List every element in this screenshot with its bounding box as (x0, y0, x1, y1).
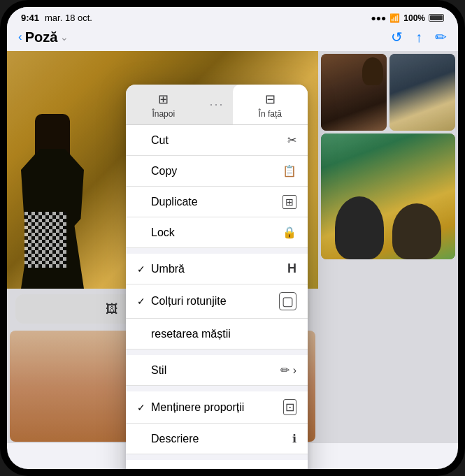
umbra-label: Umbră (151, 263, 185, 275)
menu-item-delete[interactable]: Ștergeți 🗑 (126, 460, 308, 469)
colturi-label: Colțuri rotunjite (151, 295, 227, 308)
menu-item-descriere-left: Descriere (137, 433, 199, 445)
device-frame: 9:41 mar. 18 oct. ●●● 📶 100% ‹ Poză ⌄ ↺ (0, 0, 465, 476)
menu-more-dots: ··· (201, 85, 233, 124)
page-title: Poză (25, 29, 58, 45)
menu-item-stil-left: Stil (137, 364, 166, 377)
proportii-icon: ⊡ (283, 399, 296, 415)
menu-item-cut[interactable]: Cut ✂ (126, 125, 308, 156)
menu-item-cut-left: Cut (137, 134, 169, 147)
menu-tab-bar: ⊞ Înapoi ··· ⊟ În față (126, 85, 308, 125)
nav-bar: ‹ Poză ⌄ ↺ ↑ ✏ (7, 26, 458, 51)
stil-label: Stil (151, 364, 166, 377)
menu-item-proportii[interactable]: ✓ Menținere proporții ⊡ (126, 391, 308, 424)
menu-item-copy-left: Copy (137, 165, 177, 178)
umbra-checkmark: ✓ (137, 264, 148, 275)
nav-left: ‹ Poză ⌄ (18, 29, 69, 45)
cut-label: Cut (151, 134, 169, 147)
separator-4 (126, 454, 308, 460)
status-right: ●●● 📶 100% (371, 13, 444, 23)
menu-item-proportii-left: ✓ Menținere proporții (137, 401, 244, 414)
menu-item-descriere[interactable]: Descriere ℹ (126, 424, 308, 454)
colturi-checkmark: ✓ (137, 296, 148, 307)
menu-item-colturi-left: ✓ Colțuri rotunjite (137, 295, 227, 308)
menu-item-duplicate-left: Duplicate (137, 196, 198, 208)
menu-item-reset-mask[interactable]: resetarea măștii (126, 319, 308, 349)
lock-label: Lock (151, 226, 175, 239)
wifi-icon: 📶 (389, 13, 400, 23)
inapoi-label: Înapoi (152, 109, 175, 119)
signal-icon: ●●● (371, 13, 387, 23)
umbra-icon: H (287, 261, 296, 276)
menu-item-stil[interactable]: Stil ✏ › (126, 355, 308, 386)
infata-label: În față (259, 109, 282, 119)
status-bar: 9:41 mar. 18 oct. ●●● 📶 100% (7, 7, 458, 26)
descriere-label: Descriere (151, 433, 199, 445)
separator-2 (126, 349, 308, 355)
tab-in-fata[interactable]: ⊟ În față (233, 85, 308, 124)
share-button[interactable]: ↑ (415, 29, 422, 45)
colturi-icon: ▢ (279, 292, 296, 310)
status-time: 9:41 (21, 13, 39, 23)
menu-item-lock[interactable]: Lock 🔒 (126, 217, 308, 248)
back-button[interactable]: ‹ (18, 30, 22, 44)
copy-icon: 📋 (282, 164, 296, 178)
tab-inapoi[interactable]: ⊞ Înapoi (126, 85, 201, 124)
menu-item-umbra-left: ✓ Umbră (137, 263, 185, 275)
screen: 9:41 mar. 18 oct. ●●● 📶 100% ‹ Poză ⌄ ↺ (7, 7, 458, 469)
infata-icon: ⊟ (265, 92, 276, 107)
separator-3 (126, 386, 308, 391)
stil-icon: ✏ › (280, 363, 296, 377)
context-menu: ⊞ Înapoi ··· ⊟ În față Cut ✂ (126, 85, 308, 469)
battery-icon: 100% (403, 13, 425, 23)
inapoi-icon: ⊞ (158, 92, 169, 107)
menu-item-colturi[interactable]: ✓ Colțuri rotunjite ▢ (126, 284, 308, 319)
battery-bar (429, 14, 444, 22)
reset-mask-label: resetarea măștii (151, 328, 231, 340)
proportii-label: Menținere proporții (151, 401, 244, 414)
descriere-icon: ℹ (292, 432, 296, 445)
menu-item-lock-left: Lock (137, 226, 175, 239)
cut-icon: ✂ (287, 134, 296, 147)
menu-item-duplicate[interactable]: Duplicate ⊞ (126, 187, 308, 217)
menu-item-reset-mask-left: resetarea măștii (137, 328, 231, 340)
separator-1 (126, 248, 308, 254)
edit-button[interactable]: ✏ (435, 29, 447, 45)
menu-item-copy[interactable]: Copy 📋 (126, 156, 308, 187)
main-content: 🖼 ✂ 👁 ⊞ 🗑 (7, 51, 458, 443)
menu-item-umbra[interactable]: ✓ Umbră H (126, 254, 308, 284)
proportii-checkmark: ✓ (137, 402, 148, 413)
status-date: mar. 18 oct. (45, 13, 92, 23)
history-button[interactable]: ↺ (391, 29, 403, 45)
duplicate-label: Duplicate (151, 196, 198, 208)
duplicate-icon: ⊞ (282, 195, 296, 209)
lock-icon: 🔒 (282, 226, 296, 239)
nav-right: ↺ ↑ ✏ (391, 29, 447, 45)
title-chevron-icon: ⌄ (60, 31, 69, 43)
copy-label: Copy (151, 165, 177, 178)
